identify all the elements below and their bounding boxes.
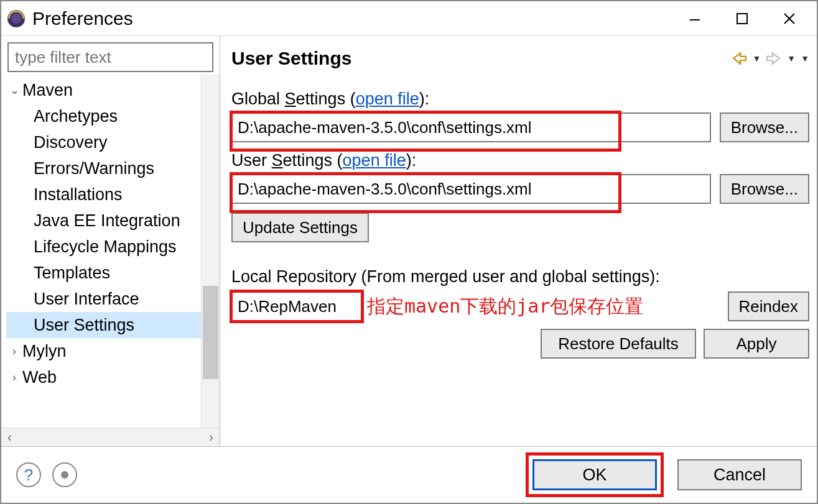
tree-item-archetypes[interactable]: Archetypes: [6, 103, 201, 129]
tree-item-label: Mylyn: [22, 342, 67, 361]
menu-dropdown-icon[interactable]: ▼: [801, 53, 809, 63]
caret-right-icon[interactable]: ›: [9, 371, 20, 384]
global-open-file-link[interactable]: open file: [356, 89, 419, 108]
tree-item-label: Discovery: [34, 133, 108, 152]
page-title: User Settings: [231, 48, 731, 69]
tree-item-web[interactable]: ›Web: [6, 364, 201, 390]
scrollbar-thumb[interactable]: [203, 286, 218, 379]
maximize-button[interactable]: [730, 6, 755, 31]
tree-item-label: User Interface: [34, 290, 139, 309]
global-browse-button[interactable]: Browse...: [720, 112, 809, 142]
tree-item-label: Errors/Warnings: [34, 159, 154, 178]
tree-item-errors-warnings[interactable]: Errors/Warnings: [6, 155, 201, 181]
tree-item-discovery[interactable]: Discovery: [6, 129, 201, 155]
svg-point-6: [61, 471, 68, 479]
eclipse-icon: [5, 7, 27, 30]
tree-item-user-interface[interactable]: User Interface: [6, 286, 201, 312]
local-repo-input[interactable]: [231, 291, 362, 321]
forward-arrow-icon[interactable]: [766, 50, 782, 66]
restore-defaults-button[interactable]: Restore Defaults: [541, 329, 696, 359]
tree-item-user-settings[interactable]: User Settings: [6, 312, 201, 338]
back-dropdown-icon[interactable]: ▼: [752, 53, 761, 63]
tree-item-templates[interactable]: Templates: [6, 260, 201, 286]
tree-item-mylyn[interactable]: ›Mylyn: [6, 338, 201, 364]
sidebar: ⌄MavenArchetypesDiscoveryErrors/Warnings…: [1, 36, 220, 446]
import-export-icon[interactable]: [52, 462, 77, 487]
footer: ? OK Cancel: [1, 447, 817, 503]
tree-item-label: Lifecycle Mappings: [34, 237, 177, 257]
update-settings-button[interactable]: Update Settings: [231, 213, 369, 242]
tree-item-label: Java EE Integration: [34, 211, 180, 231]
svg-rect-3: [737, 14, 747, 24]
preferences-tree[interactable]: ⌄MavenArchetypesDiscoveryErrors/Warnings…: [1, 75, 201, 428]
scroll-right-icon[interactable]: ›: [209, 430, 213, 444]
window-controls: [682, 6, 813, 31]
caret-down-icon[interactable]: ⌄: [9, 83, 20, 97]
reindex-button[interactable]: Reindex: [728, 291, 809, 321]
help-icon[interactable]: ?: [16, 462, 41, 487]
tree-item-label: Maven: [22, 81, 73, 100]
window-title: Preferences: [32, 8, 133, 29]
ok-button[interactable]: OK: [532, 459, 657, 490]
tree-item-label: User Settings: [34, 316, 134, 335]
scroll-left-icon[interactable]: ‹: [7, 430, 12, 444]
global-settings-input[interactable]: [231, 112, 711, 142]
tree-item-label: Web: [22, 368, 57, 387]
user-settings-label: User Settings (open file):: [231, 151, 809, 170]
back-arrow-icon[interactable]: [731, 50, 747, 66]
global-settings-label: Global Settings (open file):: [231, 89, 809, 109]
svg-point-1: [11, 14, 21, 24]
filter-box[interactable]: [7, 42, 213, 72]
apply-button[interactable]: Apply: [704, 329, 809, 359]
main-panel: User Settings ▼ ▼ ▼ Global Settings (op: [220, 36, 817, 446]
tree-item-maven[interactable]: ⌄Maven: [6, 77, 201, 103]
forward-dropdown-icon[interactable]: ▼: [787, 53, 796, 63]
user-open-file-link[interactable]: open file: [343, 151, 406, 170]
tree-item-label: Archetypes: [34, 107, 118, 126]
preferences-window: Preferences ⌄MavenArchetypesDiscoveryErr…: [0, 0, 818, 504]
tree-item-label: Templates: [34, 263, 110, 283]
ok-highlight: OK: [526, 452, 664, 497]
nav-icons: ▼ ▼ ▼: [731, 50, 809, 66]
filter-input[interactable]: [14, 47, 207, 68]
tree-item-installations[interactable]: Installations: [6, 181, 201, 208]
user-settings-input[interactable]: [231, 174, 711, 204]
vertical-scrollbar[interactable]: [201, 75, 220, 428]
tree-item-lifecycle-mappings[interactable]: Lifecycle Mappings: [6, 234, 201, 260]
titlebar: Preferences: [1, 1, 817, 36]
cancel-button[interactable]: Cancel: [677, 459, 802, 490]
caret-right-icon[interactable]: ›: [9, 345, 20, 358]
annotation-text: 指定maven下载的jar包保存位置: [367, 294, 644, 319]
tree-item-java-ee-integration[interactable]: Java EE Integration: [6, 208, 201, 234]
close-button[interactable]: [777, 6, 802, 31]
user-browse-button[interactable]: Browse...: [720, 174, 809, 204]
horizontal-scrollbar[interactable]: ‹ ›: [1, 428, 220, 446]
tree-item-label: Installations: [34, 185, 123, 204]
minimize-button[interactable]: [682, 6, 707, 31]
local-repo-label: Local Repository (From merged user and g…: [231, 267, 809, 286]
